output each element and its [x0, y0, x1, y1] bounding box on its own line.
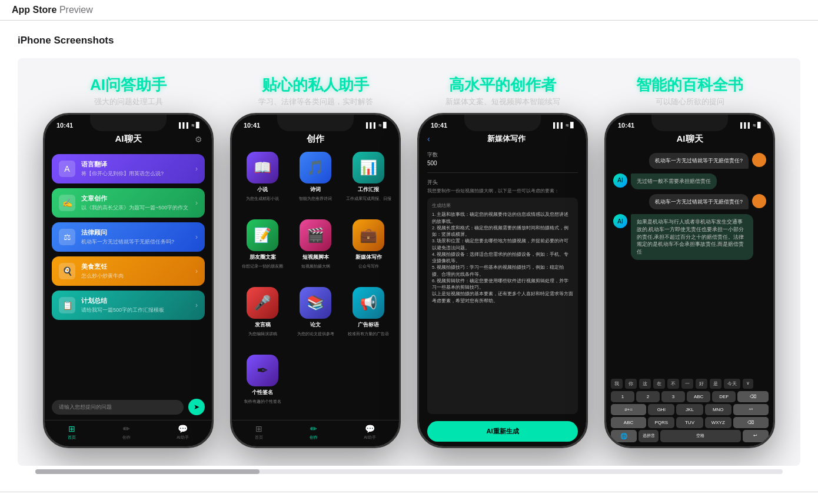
main-content: iPhone Screenshots AI问答助手 强大的问题处理工具 10:4… [0, 21, 818, 492]
creation-item-5[interactable]: 💼 新媒体写作 公众号写作 [345, 219, 392, 281]
field-divider-1 [427, 172, 578, 173]
creation-title-9: 个性签名 [252, 389, 273, 396]
qw-8[interactable]: 今天 [724, 379, 740, 389]
chat-item-3[interactable]: 🍳 美食烹饪 怎么炒小炒黄牛肉 › [52, 256, 205, 286]
nav-home[interactable]: ⊞ 首页 [68, 424, 76, 440]
nav-ai-2[interactable]: 💬 AI助手 [364, 424, 376, 440]
chat-input[interactable]: 请输入您想提问的问题 [52, 400, 184, 415]
phone-3-headline-main: 高水平的创作者 [445, 76, 560, 94]
kb-ghi[interactable]: GHI [648, 404, 674, 415]
creation-item-8[interactable]: 📢 广告标语 校准而有力量的广告语 [345, 287, 392, 349]
result-text: 1. 主题和故事线：确定您的视频要传达的信息或情感以及您想讲述的故事线。 2. … [432, 211, 573, 304]
creation-item-1[interactable]: 🎵 诗词 智能为您推荐诗词 [292, 152, 339, 213]
kb-abc[interactable]: ABC [687, 391, 710, 402]
creation-title-0: 小说 [257, 186, 268, 193]
chat-item-4[interactable]: 📋 计划总结 请给我写一篇500字的工作汇报模板 › [52, 291, 205, 320]
kb-del[interactable]: ⌫ [737, 391, 769, 402]
nav-create-label: 创作 [122, 435, 131, 440]
header-title-bold: App Store [12, 5, 56, 15]
creation-desc-6: 为您编辑演讲稿 [248, 331, 277, 336]
creation-title-4: 短视频脚本 [302, 253, 329, 261]
creation-item-9[interactable]: ✒ 个性签名 制作有趣的个性签名 [239, 355, 286, 416]
creation-item-6[interactable]: 🎤 发言稿 为您编辑演讲稿 [239, 287, 286, 349]
kb-globe[interactable]: 🌐 [611, 430, 637, 442]
status-time-2: 10:41 [244, 122, 260, 129]
qw-2[interactable]: 这 [639, 379, 651, 389]
nav-ai[interactable]: 💬 AI助手 [177, 424, 189, 440]
creation-item-0[interactable]: 📖 小说 为您生成精彩小说 [239, 152, 286, 213]
screenshots-scroll: AI问答助手 强大的问题处理工具 10:41 ▌▌▌ ≈ ▊ AI聊天 ⚙ [25, 70, 793, 454]
keyboard-area: 我 你 这 在 不 一 好 是 今天 ∨ [606, 376, 773, 446]
creation-icon-2: 📊 [353, 152, 384, 183]
qw-more[interactable]: ∨ [743, 379, 753, 389]
screenshots-container[interactable]: AI问答助手 强大的问题处理工具 10:41 ▌▌▌ ≈ ▊ AI聊天 ⚙ [18, 58, 800, 466]
kb-tuv[interactable]: TUV [676, 417, 703, 428]
chat-item-1[interactable]: ✍ 文章创作 以《我的高长父亲》为题写一篇~500字的作文 › [52, 188, 205, 218]
qw-5[interactable]: 一 [681, 379, 693, 389]
app-header: App Store Preview [0, 0, 818, 21]
qw-1[interactable]: 你 [625, 379, 637, 389]
chat-content-3: 美食烹饪 怎么炒小炒黄牛肉 [81, 262, 189, 280]
chat-desc-0: 将【你开心见到你】用英语怎么说? [81, 170, 189, 178]
user-q1: 机动车一方无过错就等于无赔偿责任? [649, 153, 749, 169]
qw-4[interactable]: 不 [667, 379, 679, 389]
qw-0[interactable]: 我 [611, 379, 623, 389]
screen3-header: ‹ 新媒体写作 [419, 131, 586, 148]
kb-pqrs[interactable]: PQRS [648, 417, 674, 428]
status-bar-2: 10:41 ▌▌▌ ≈ ▊ [232, 115, 399, 131]
creation-title-3: 朋友圈文案 [250, 253, 276, 261]
creation-item-2[interactable]: 📊 工作汇报 工作成果写成周报、日报 [345, 152, 392, 213]
chat-send-btn[interactable]: ➤ [188, 399, 205, 415]
kb-return[interactable]: ↩ [743, 430, 769, 442]
scroll-track[interactable] [35, 469, 783, 474]
chat-desc-4: 请给我写一篇500字的工作汇报模板 [81, 306, 189, 314]
creation-desc-8: 校准而有力量的广告语 [348, 331, 389, 336]
bottom-nav-2: ⊞ 首页 ✏ 创作 💬 AI助手 [232, 420, 399, 446]
kb-jkl[interactable]: JKL [676, 404, 703, 415]
gear-icon-1[interactable]: ⚙ [195, 135, 202, 144]
kb-pinyin[interactable]: 选拼音 [639, 430, 659, 442]
kb-del2[interactable]: ⌫ [733, 417, 769, 428]
chat-icon-0: A [59, 161, 75, 177]
creation-item-4[interactable]: 🎬 短视频脚本 短视频拍摄大纲 [292, 219, 339, 281]
kb-abc2[interactable]: ABC [611, 417, 646, 428]
back-button[interactable]: ‹ [427, 134, 430, 143]
chat-item-0[interactable]: A 语言翻译 将【你开心见到你】用英语怎么说? › [52, 154, 205, 183]
chat-desc-2: 机动车一方无过错就等于无赔偿任务吗? [81, 238, 189, 246]
user-avatar-1 [752, 153, 766, 167]
section-title: iPhone Screenshots [18, 35, 800, 46]
nav-home-icon: ⊞ [68, 424, 75, 433]
ai-avatar-1: AI [613, 173, 627, 188]
scroll-thumb[interactable] [35, 469, 260, 474]
creation-title-7: 论文 [310, 321, 321, 329]
creation-icon-4: 🎬 [300, 219, 331, 251]
chat-item-2[interactable]: ⚖ 法律顾问 机动车一方无过错就等于无赔偿任务吗? › [52, 222, 205, 252]
kb-1[interactable]: 1 [611, 391, 634, 402]
phone-3-headline-sub: 新媒体文案、短视频脚本智能续写 [445, 96, 560, 107]
status-icons-1: ▌▌▌ ≈ ▊ [179, 122, 200, 128]
nav-create[interactable]: ✏ 创作 [122, 424, 131, 440]
kb-3[interactable]: 3 [661, 391, 685, 402]
kb-def[interactable]: DEF [712, 391, 736, 402]
kb-row-1: 1 2 3 ABC DEF ⌫ [611, 391, 769, 402]
phone-4-headline-sub: 可以随心所欲的提问 [636, 96, 743, 107]
iphone-screen-4: 10:41 ▌▌▌ ≈ ▊ AI聊天 机动车一方无过错就等于无赔偿责任? [606, 115, 773, 446]
kb-mno[interactable]: MNO [705, 404, 731, 415]
phone-2-headline-main: 贴心的私人助手 [258, 76, 373, 94]
field-label-wordcount: 字数 [427, 151, 578, 159]
nav-create-2[interactable]: ✏ 创作 [310, 424, 318, 440]
kb-space[interactable]: 空格 [660, 430, 741, 442]
screen3-bottom: AI重新生成 [419, 418, 586, 446]
creation-item-7[interactable]: 📚 论文 为您的论文提供参考 [292, 287, 339, 349]
nav-home-2[interactable]: ⊞ 首页 [255, 424, 263, 440]
kb-super[interactable]: ^ⁿ [733, 404, 769, 415]
kb-wxyz[interactable]: WXYZ [705, 417, 731, 428]
qw-6[interactable]: 好 [696, 379, 707, 389]
creation-item-3[interactable]: 📝 朋友圈文案 你想记录一切的朋友圈 [239, 219, 286, 281]
scroll-indicator-area [18, 469, 800, 474]
kb-hash[interactable]: #+= [611, 404, 646, 415]
kb-2[interactable]: 2 [636, 391, 660, 402]
qw-7[interactable]: 是 [710, 379, 721, 389]
ai-regenerate-btn[interactable]: AI重新生成 [427, 421, 578, 442]
qw-3[interactable]: 在 [653, 379, 665, 389]
